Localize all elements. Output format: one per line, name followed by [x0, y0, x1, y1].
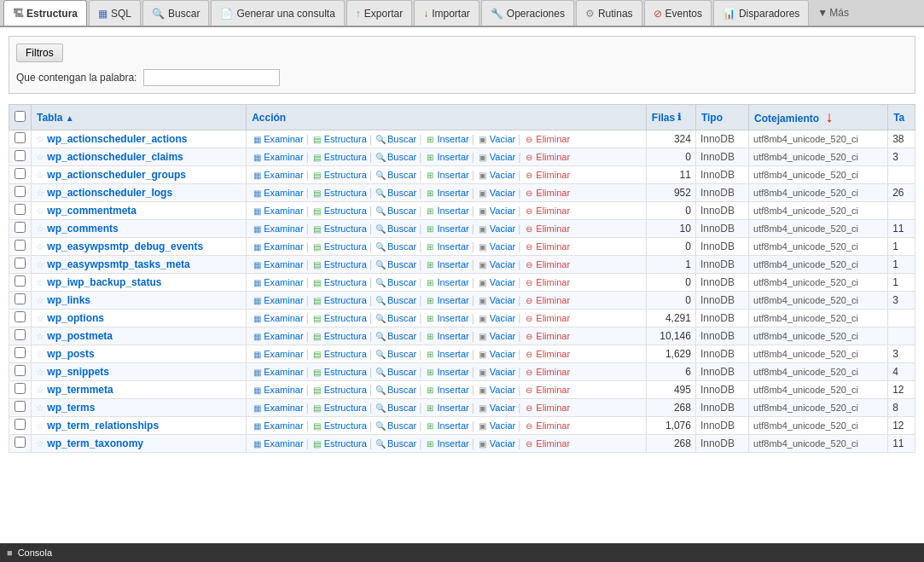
- table-name-link[interactable]: wp_options: [47, 312, 104, 324]
- empty-action[interactable]: ▣ Vaciar: [477, 240, 515, 252]
- filter-input[interactable]: [143, 69, 280, 86]
- insert-action[interactable]: ⊞ Insertar: [424, 151, 468, 163]
- empty-action[interactable]: ▣ Vaciar: [477, 348, 515, 360]
- empty-action[interactable]: ▣ Vaciar: [477, 258, 515, 270]
- examine-action[interactable]: ▦ Examinar: [251, 240, 303, 252]
- insert-action[interactable]: ⊞ Insertar: [424, 223, 468, 235]
- structure-action[interactable]: ▤ Estructura: [311, 151, 367, 163]
- tab-rutinas[interactable]: ⚙ Rutinas: [576, 0, 642, 26]
- empty-action[interactable]: ▣ Vaciar: [477, 133, 515, 145]
- insert-action[interactable]: ⊞ Insertar: [424, 402, 468, 414]
- star-icon[interactable]: ☆: [36, 170, 44, 180]
- table-name-link[interactable]: wp_actionscheduler_logs: [47, 187, 172, 199]
- examine-action[interactable]: ▦ Examinar: [251, 330, 303, 342]
- delete-action[interactable]: ⊖ Eliminar: [523, 276, 570, 288]
- search-action[interactable]: 🔍 Buscar: [375, 366, 416, 378]
- structure-action[interactable]: ▤ Estructura: [311, 348, 367, 360]
- select-all-checkbox[interactable]: [15, 111, 26, 122]
- row-checkbox[interactable]: [15, 240, 26, 251]
- structure-action[interactable]: ▤ Estructura: [311, 240, 367, 252]
- examine-action[interactable]: ▦ Examinar: [251, 169, 303, 181]
- empty-action[interactable]: ▣ Vaciar: [477, 223, 515, 235]
- search-action[interactable]: 🔍 Buscar: [375, 402, 416, 414]
- empty-action[interactable]: ▣ Vaciar: [477, 169, 515, 181]
- delete-action[interactable]: ⊖ Eliminar: [523, 294, 570, 306]
- examine-action[interactable]: ▦ Examinar: [251, 258, 303, 270]
- search-action[interactable]: 🔍 Buscar: [375, 133, 416, 145]
- insert-action[interactable]: ⊞ Insertar: [424, 133, 468, 145]
- search-action[interactable]: 🔍 Buscar: [375, 240, 416, 252]
- empty-action[interactable]: ▣ Vaciar: [477, 187, 515, 199]
- star-icon[interactable]: ☆: [36, 313, 44, 323]
- table-name-link[interactable]: wp_actionscheduler_actions: [47, 133, 187, 145]
- insert-action[interactable]: ⊞ Insertar: [424, 240, 468, 252]
- tab-operaciones[interactable]: 🔧 Operaciones: [481, 0, 574, 26]
- row-checkbox[interactable]: [15, 293, 26, 304]
- insert-action[interactable]: ⊞ Insertar: [424, 330, 468, 342]
- structure-action[interactable]: ▤ Estructura: [311, 205, 367, 217]
- empty-action[interactable]: ▣ Vaciar: [477, 420, 515, 432]
- structure-action[interactable]: ▤ Estructura: [311, 276, 367, 288]
- insert-action[interactable]: ⊞ Insertar: [424, 437, 468, 449]
- delete-action[interactable]: ⊖ Eliminar: [523, 258, 570, 270]
- examine-action[interactable]: ▦ Examinar: [251, 366, 303, 378]
- examine-action[interactable]: ▦ Examinar: [251, 133, 303, 145]
- empty-action[interactable]: ▣ Vaciar: [477, 276, 515, 288]
- table-name-link[interactable]: wp_easywpsmtp_tasks_meta: [47, 258, 189, 270]
- row-checkbox[interactable]: [15, 275, 26, 287]
- empty-action[interactable]: ▣ Vaciar: [477, 294, 515, 306]
- empty-action[interactable]: ▣ Vaciar: [477, 312, 515, 324]
- table-name-link[interactable]: wp_iwp_backup_status: [47, 276, 161, 288]
- examine-action[interactable]: ▦ Examinar: [251, 402, 303, 414]
- delete-action[interactable]: ⊖ Eliminar: [523, 312, 570, 324]
- tab-exportar[interactable]: ↑ Exportar: [346, 0, 412, 26]
- examine-action[interactable]: ▦ Examinar: [251, 437, 303, 449]
- delete-action[interactable]: ⊖ Eliminar: [523, 205, 570, 217]
- row-checkbox[interactable]: [15, 383, 26, 394]
- row-checkbox[interactable]: [15, 204, 26, 215]
- examine-action[interactable]: ▦ Examinar: [251, 312, 303, 324]
- examine-action[interactable]: ▦ Examinar: [251, 223, 303, 235]
- delete-action[interactable]: ⊖ Eliminar: [523, 240, 570, 252]
- insert-action[interactable]: ⊞ Insertar: [424, 258, 468, 270]
- tab-buscar[interactable]: 🔍 Buscar: [142, 0, 209, 26]
- search-action[interactable]: 🔍 Buscar: [375, 223, 416, 235]
- table-name-link[interactable]: wp_links: [47, 294, 90, 306]
- structure-action[interactable]: ▤ Estructura: [311, 187, 367, 199]
- table-name-link[interactable]: wp_easywpsmtp_debug_events: [47, 240, 203, 252]
- delete-action[interactable]: ⊖ Eliminar: [523, 402, 570, 414]
- examine-action[interactable]: ▦ Examinar: [251, 276, 303, 288]
- tab-sql[interactable]: ▦ SQL: [89, 0, 141, 26]
- structure-action[interactable]: ▤ Estructura: [311, 133, 367, 145]
- star-icon[interactable]: ☆: [36, 277, 44, 287]
- star-icon[interactable]: ☆: [36, 206, 44, 216]
- insert-action[interactable]: ⊞ Insertar: [424, 366, 468, 378]
- delete-action[interactable]: ⊖ Eliminar: [523, 437, 570, 449]
- structure-action[interactable]: ▤ Estructura: [311, 420, 367, 432]
- star-icon[interactable]: ☆: [36, 349, 44, 359]
- table-name-link[interactable]: wp_term_taxonomy: [47, 437, 143, 449]
- tabla-sort-link[interactable]: Tabla: [37, 112, 62, 124]
- structure-action[interactable]: ▤ Estructura: [311, 258, 367, 270]
- structure-action[interactable]: ▤ Estructura: [311, 294, 367, 306]
- row-checkbox[interactable]: [15, 311, 26, 322]
- empty-action[interactable]: ▣ Vaciar: [477, 366, 515, 378]
- star-icon[interactable]: ☆: [36, 295, 44, 305]
- delete-action[interactable]: ⊖ Eliminar: [523, 133, 570, 145]
- examine-action[interactable]: ▦ Examinar: [251, 187, 303, 199]
- star-icon[interactable]: ☆: [36, 438, 44, 449]
- structure-action[interactable]: ▤ Estructura: [311, 402, 367, 414]
- tab-estructura[interactable]: 🏗 Estructura: [3, 0, 87, 26]
- examine-action[interactable]: ▦ Examinar: [251, 384, 303, 396]
- row-checkbox[interactable]: [15, 329, 26, 340]
- empty-action[interactable]: ▣ Vaciar: [477, 151, 515, 163]
- row-checkbox[interactable]: [15, 437, 26, 448]
- tab-disparadores[interactable]: 📊 Disparadores: [713, 0, 809, 26]
- structure-action[interactable]: ▤ Estructura: [311, 169, 367, 181]
- structure-action[interactable]: ▤ Estructura: [311, 384, 367, 396]
- table-name-link[interactable]: wp_actionscheduler_groups: [47, 169, 186, 181]
- star-icon[interactable]: ☆: [36, 188, 44, 198]
- examine-action[interactable]: ▦ Examinar: [251, 348, 303, 360]
- search-action[interactable]: 🔍 Buscar: [375, 384, 416, 396]
- delete-action[interactable]: ⊖ Eliminar: [523, 187, 570, 199]
